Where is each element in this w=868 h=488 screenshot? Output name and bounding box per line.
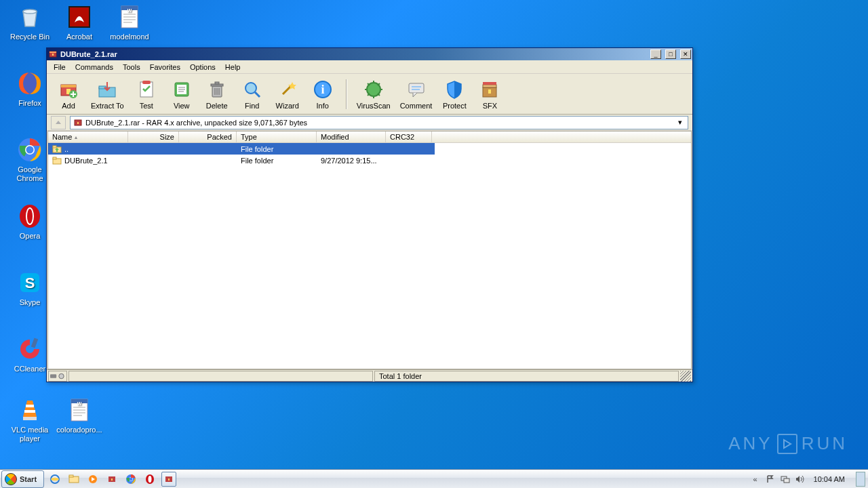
file-name: .. [64,145,68,153]
file-type: File folder [237,157,317,165]
tray-volume-icon[interactable] [795,474,806,485]
path-bar[interactable]: DUBrute_2.1.rar - RAR 4.x archive, unpac… [70,116,688,129]
status-left [68,371,373,382]
svg-point-13 [26,146,34,154]
desktop-icon-recycle-bin[interactable]: Recycle Bin [5,3,55,41]
minimize-button[interactable]: _ [650,49,661,59]
col-crc32[interactable]: CRC32 [386,131,432,142]
file-list: Name Size Packed Type Modified CRC32 ..F… [47,131,692,369]
svg-rect-66 [409,83,424,93]
taskbar-wmp[interactable] [85,472,100,487]
desktop-icon-label: modelmond [110,33,149,41]
view-icon [171,79,193,100]
svg-point-52 [245,83,256,94]
col-name[interactable]: Name [48,131,128,142]
desktop-icon-label: VLC media player [5,426,55,443]
tray-expand-icon[interactable]: « [750,474,761,485]
menu-file[interactable]: File [50,62,70,73]
nav-up-button[interactable] [51,116,66,129]
desktop-icon-acrobat[interactable]: Acrobat [54,3,104,41]
folder-icon [52,144,62,154]
toolbar-test-button[interactable]: Test [130,77,163,112]
menu-commands[interactable]: Commands [71,62,117,73]
file-row[interactable]: ..File folder [48,143,435,155]
taskbar-opera[interactable] [142,472,157,487]
system-tray: « 10:04 AM [747,470,868,488]
menu-options[interactable]: Options [186,62,220,73]
opera-icon [16,202,44,230]
toolbar-label: Extract To [91,102,124,110]
desktop-icon-label: Acrobat [66,33,92,41]
show-desktop-button[interactable] [856,472,865,487]
col-type[interactable]: Type [237,131,317,142]
maximize-button[interactable]: □ [665,49,676,59]
file-row[interactable]: DUBrute_2.1File folder9/27/2012 9:15... [48,155,691,166]
toolbar-extract-to-button[interactable]: Extract To [87,77,127,112]
winrar-window: DUBrute_2.1.rar _ □ ✕ File Commands Tool… [46,47,693,382]
svg-rect-79 [50,374,56,378]
desktop-icon-label: Opera [20,232,41,241]
archive-icon [73,118,83,127]
svg-rect-76 [53,146,56,148]
toolbar-delete-button[interactable]: Delete [201,77,233,112]
windows-logo-icon [5,473,17,485]
delete-icon [206,79,228,100]
svg-rect-71 [483,82,496,85]
toolbar-add-button[interactable]: Add [52,77,85,112]
desktop-icon-label: Skype [20,298,41,307]
svg-rect-20 [23,417,37,420]
toolbar-label: Wizard [276,102,299,110]
path-dropdown-icon[interactable]: ▾ [675,118,685,127]
desktop-icon-coloradopro-[interactable]: Wcoloradopro... [54,396,104,434]
find-icon [241,79,263,100]
svg-rect-84 [69,475,73,477]
desktop-icon-modelmond[interactable]: Wmodelmond [104,3,155,41]
column-header-row: Name Size Packed Type Modified CRC32 [48,131,691,143]
toolbar-virusscan-button[interactable]: VirusScan [353,77,394,112]
watermark: ANY RUN [728,433,848,454]
taskbar-clock[interactable]: 10:04 AM [810,475,849,483]
resize-grip[interactable] [680,371,691,382]
tray-network-icon[interactable] [780,474,791,485]
svg-rect-96 [784,479,789,483]
taskbar-winrar[interactable] [104,472,119,487]
start-button[interactable]: Start [1,470,44,488]
toolbar-label: Test [140,102,153,110]
vlc-icon [16,396,44,424]
toolbar-find-button[interactable]: Find [236,77,269,112]
taskbar-explorer[interactable] [66,472,81,487]
col-modified[interactable]: Modified [317,131,386,142]
status-drive-icon[interactable] [48,371,67,382]
menu-tools[interactable]: Tools [119,62,144,73]
toolbar-separator [346,79,347,109]
toolbar-label: View [174,102,190,110]
status-right: Total 1 folder [374,371,679,382]
svg-text:i: i [321,83,324,96]
test-icon [136,79,157,100]
toolbar-comment-button[interactable]: Comment [397,77,436,112]
taskbar-chrome[interactable] [123,472,138,487]
svg-rect-19 [31,338,38,348]
taskbar-winrar-active[interactable] [161,472,176,487]
titlebar[interactable]: DUBrute_2.1.rar _ □ ✕ [47,48,692,60]
toolbar-view-button[interactable]: View [165,77,198,112]
menu-help[interactable]: Help [221,62,245,73]
svg-point-92 [149,476,152,483]
close-button[interactable]: ✕ [680,49,691,59]
toolbar-label: Delete [206,102,228,110]
toolbar-info-button[interactable]: iInfo [307,77,339,112]
menu-favorites[interactable]: Favorites [146,62,184,73]
toolbar-sfx-button[interactable]: SFX [473,77,506,112]
statusbar: Total 1 folder [47,369,692,382]
toolbar-protect-button[interactable]: Protect [438,77,471,112]
tray-flag-icon[interactable] [765,474,776,485]
taskbar-ie[interactable] [47,472,62,487]
svg-point-80 [59,373,64,378]
col-packed[interactable]: Packed [179,131,237,142]
desktop-icon-vlc-media-player[interactable]: VLC media player [5,396,55,443]
path-text: DUBrute_2.1.rar - RAR 4.x archive, unpac… [85,119,673,127]
toolbar-wizard-button[interactable]: Wizard [271,77,304,112]
svg-rect-87 [111,479,113,481]
toolbar-label: VirusScan [357,102,391,110]
col-size[interactable]: Size [128,131,179,142]
